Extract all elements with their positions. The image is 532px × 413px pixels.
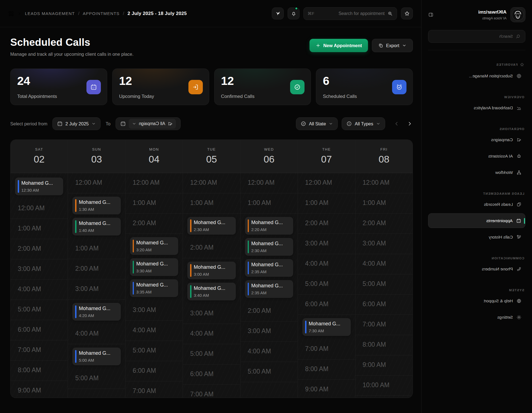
sidebar-item-campaigns[interactable]: Campaigns [428,132,525,147]
time-slot: 5:00 AM [68,369,125,389]
next-week-button[interactable] [407,121,413,127]
apps-grid-icon[interactable] [8,11,14,16]
sidebar-item-settings[interactable]: Settings [428,310,525,325]
event-card[interactable]: Mohamed G...2:30 AM [187,217,236,235]
types-filter-select[interactable]: All Types [342,117,385,130]
event-accent-bar [75,199,76,212]
event-card[interactable]: Mohamed G...7:30 AM [302,318,351,336]
time-slot: 7:00 AM [126,381,183,398]
sidebar-section: COMMUNICATIONPhone Numbers [428,257,525,276]
sidebar-section: OPERATIONSCampaignsAI AssistantsWorkflow [428,127,525,180]
event-card[interactable]: Mohamed G...2:35 AM [245,280,293,298]
time-slot: 4:00 AM [126,321,183,341]
time-slot: 4:00 AM [298,254,355,274]
event-accent-bar [305,321,306,333]
sidebar-item-appointments[interactable]: Appointments [428,213,525,228]
time-slot: 5:00 AM [355,274,413,295]
appointment-search-input[interactable]: ⌘F Search for appointment [303,7,397,20]
quick-action-button[interactable] [272,7,284,19]
period-from-select[interactable]: 2 July 2025 [52,117,101,130]
event-card[interactable]: Mohamed G...3:00 AM [187,262,236,279]
time-slot: 2:00 AM [241,301,298,321]
event-card[interactable]: Mohamed G...3:35 AM [130,279,178,297]
event-name: Mohamed G... [136,240,175,246]
calendar-icon [120,121,126,126]
time-slot: 2:00 AM [355,214,413,234]
time-slot: 2:00 AM [11,239,68,259]
sidebar-item-leads-records[interactable]: Leads Records [428,197,525,212]
sidebar-item-calls-history[interactable]: Calls History [428,230,525,244]
event-card[interactable]: Mohamed G...2:20 AM [245,217,293,235]
collapse-sidebar-icon[interactable] [428,12,434,17]
chevron-down-icon [329,121,333,126]
new-appointment-button[interactable]: New Appointment [310,39,368,52]
time-slot: 1:00 AM [126,193,183,214]
event-time: 3:40 AM [194,293,232,298]
event-card[interactable]: Mohamed G...5:00 AM [72,348,121,365]
breadcrumb-leads-management[interactable]: LEADS MANAGEMENT [25,11,75,16]
day-name: SAT [11,147,68,151]
sidebar-item-phone-numbers[interactable]: Phone Numbers [428,262,525,276]
export-button[interactable]: Export [372,39,413,52]
breadcrumb: LEADS MANAGEMENT / APPOINTMENTS / 2 July… [8,11,187,16]
search-icon [387,11,393,16]
event-card[interactable]: Mohamed G...12:30 AM [15,178,63,195]
sidebar-section-title: SYSTEM [428,288,525,292]
state-filter-select[interactable]: All State [296,117,338,130]
time-slot: 3:00 AM [126,300,183,321]
time-slot: 12:00 AM [355,173,413,193]
event-name: Mohamed G... [79,306,117,311]
stat-label: Scheduled Calls [323,94,357,99]
sidebar-item-workflow[interactable]: Workflow [428,165,525,180]
sidebar-search-input[interactable]: Search [428,30,525,43]
sidebar-item-dashboard-analytics[interactable]: Dashboard Analytics [428,100,525,115]
previous-week-button[interactable] [393,121,400,127]
day-body: 12:00 AM1:00 AMMohamed G...2:20 AMMohame… [241,173,298,398]
event-time: 3:00 AM [194,272,232,277]
event-card[interactable]: Mohamed G...1:40 AM [72,218,121,235]
time-slot: 2:00 AM [183,238,240,258]
day-body: Mohamed G...12:30 AM12:00 AM1:00 AM2:00 … [11,173,68,398]
sidebar-item-subscription-manage[interactable]: Subscription Manage... [428,69,525,83]
notifications-button[interactable] [288,7,300,19]
breadcrumb-appointments[interactable]: APPOINTMENTS [83,11,120,16]
header-actions: New Appointment Export [310,39,413,52]
sidebar-item-ai-assistants[interactable]: AI Assistants [428,149,525,163]
sidebar-item-help-support[interactable]: Help & Support [428,293,525,308]
event-card[interactable]: Mohamed G...2:30 AM [245,238,293,256]
time-slot: 7:00 AM [183,385,240,398]
event-card[interactable]: Mohamed G...2:35 AM [245,259,293,277]
event-name: Mohamed G... [251,283,290,289]
stat-label: Confirmed Calls [221,94,255,99]
event-card[interactable]: Mohamed G...4:20 AM [72,303,121,321]
day-number: 05 [183,154,240,165]
event-card[interactable]: Mohamed G...3:40 AM [187,283,236,300]
event-card[interactable]: Mohamed G...3:20 AM [130,237,178,255]
event-accent-bar [248,240,249,253]
event-name: Mohamed G... [194,264,232,270]
brand-subtitle: AI Voice Agents [478,16,507,20]
time-slot: 12:00 AM [126,173,183,193]
event-name: Mohamed G... [79,350,117,356]
event-time: 4:20 AM [79,313,117,318]
day-body: 12:00 AM1:00 AM2:00 AM3:00 AM4:00 AM5:00… [298,173,355,398]
time-slot: 6:00 AM [355,295,413,315]
chevron-left-icon [393,121,400,127]
time-slot: 4:00 AM [183,324,240,344]
time-slot: 3:00 AM [355,234,413,254]
event-card[interactable]: Mohamed G...1:30 AM [72,197,121,214]
time-slot: 1:00 AM [68,239,125,259]
sidebar-section-title: OVERVIEW [428,95,525,99]
period-to-select[interactable]: All Campaign [116,117,181,130]
day-number: 06 [241,154,298,165]
day-name: TUE [183,147,240,151]
day-header: SAT02 [11,140,68,173]
favorite-button[interactable] [401,7,413,19]
stat-card: 24Total Appointments [10,69,107,105]
campaign-select[interactable]: All Campaign [129,119,176,129]
event-card[interactable]: Mohamed G...3:30 AM [130,258,178,276]
stat-card: 12Upcoming Today [112,69,209,105]
analytics-icon [516,105,521,110]
time-slot: 8:00 AM [298,359,355,380]
time-slot: 4:00 AM [241,342,298,362]
